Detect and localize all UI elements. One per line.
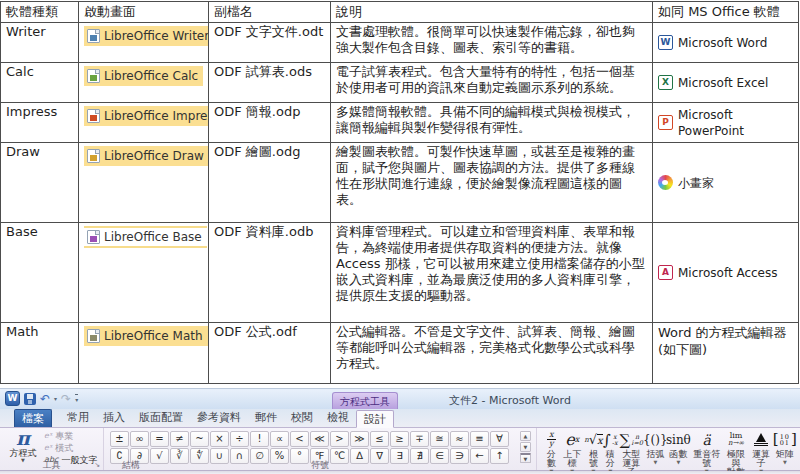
math-app-icon xyxy=(87,329,100,343)
launcher-item: LibreOffice Writer xyxy=(84,26,209,46)
symbol-button[interactable]: ± xyxy=(110,431,129,447)
gallery-scroll-down-icon[interactable]: ▼ xyxy=(520,442,531,452)
launcher-label: LibreOffice Math xyxy=(104,328,203,344)
ms-equivalent-cell: Word 的方程式編輯器(如下圖) xyxy=(653,323,799,384)
structure-函數[interactable]: sinθ函數▼ xyxy=(667,430,690,465)
structure-運算子[interactable]: 運算子▼ xyxy=(749,430,774,474)
structure-根號[interactable]: n√x根號▼ xyxy=(585,430,602,474)
symbol-button[interactable]: ∓ xyxy=(410,431,429,447)
tab-版面配置[interactable]: 版面配置 xyxy=(132,409,190,427)
symbol-button[interactable]: ≠ xyxy=(170,431,189,447)
microsoft-powerpoint-icon: P xyxy=(658,115,673,130)
tab-參考資料[interactable]: 參考資料 xyxy=(190,409,248,427)
ms-equivalent-cell: 小畫家 xyxy=(653,143,799,223)
table-row: DrawLibreOffice DrawODF 繪圖.odg繪製圖表軟體。可製作… xyxy=(1,143,799,223)
redo-icon[interactable]: ↷ xyxy=(61,393,71,405)
tab-檔案[interactable]: 檔案 xyxy=(14,409,52,427)
tab-插入[interactable]: 插入 xyxy=(96,409,132,427)
symbol-button[interactable]: ≡ xyxy=(470,431,489,447)
structure-label: 上下標 xyxy=(560,450,585,468)
launcher-cell: LibreOffice Draw xyxy=(79,143,209,223)
structure-glyph: n√x xyxy=(584,430,602,449)
structures-group-label: 結構 xyxy=(0,460,262,470)
structure-glyph: ∑ni=0 xyxy=(620,430,643,449)
impress-app-icon xyxy=(87,109,100,123)
gallery-scroll-up-icon[interactable]: ▲ xyxy=(520,431,531,441)
ms-equivalent-cell: WMicrosoft Word xyxy=(653,23,799,63)
ms-app-label: 小畫家 xyxy=(678,175,714,191)
structure-glyph: xy xyxy=(547,430,556,449)
format-icon: eˣ xyxy=(44,431,52,441)
launcher-cell: LibreOffice Impress xyxy=(79,103,209,143)
ms-app-label: Microsoft Word xyxy=(678,35,767,51)
save-icon[interactable] xyxy=(24,393,36,405)
description: 電子試算表程式。包含大量特有的特性，包括一個基於使用者可用的資訊來自動定義圖示系… xyxy=(331,63,653,103)
symbol-button[interactable]: ÷ xyxy=(230,431,249,447)
tab-校閱[interactable]: 校閱 xyxy=(284,409,320,427)
table-row: CalcLibreOffice CalcODF 試算表.ods電子試算表程式。包… xyxy=(1,63,799,103)
structure-dropdown-icon: ▼ xyxy=(783,460,787,465)
launcher-item: LibreOffice Math xyxy=(84,326,208,346)
symbol-button[interactable]: ≤ xyxy=(370,431,389,447)
symbol-button[interactable]: > xyxy=(330,431,349,447)
tab-常用[interactable]: 常用 xyxy=(60,409,96,427)
symbol-button[interactable]: ~ xyxy=(190,431,209,447)
launcher-cell: LibreOffice Calc xyxy=(79,63,209,103)
tab-郵件[interactable]: 郵件 xyxy=(248,409,284,427)
symbol-button[interactable]: ≫ xyxy=(350,431,369,447)
launcher-item: LibreOffice Draw xyxy=(84,146,209,166)
undo-dropdown-icon[interactable]: ▾ xyxy=(54,395,57,402)
word-app-icon[interactable]: W xyxy=(5,391,20,406)
structure-分數[interactable]: xy分數▼ xyxy=(543,430,560,474)
symbol-button[interactable]: ∀ xyxy=(490,431,509,447)
symbol-button[interactable]: < xyxy=(290,431,309,447)
symbol-button[interactable]: ≅ xyxy=(430,431,449,447)
launcher-label: LibreOffice Writer xyxy=(104,28,209,44)
structure-括弧[interactable]: {()}括弧▼ xyxy=(644,430,667,465)
microsoft-access-icon: A xyxy=(658,265,673,280)
symbol-button[interactable]: ∞ xyxy=(130,431,149,447)
structure-label: 重音符號 xyxy=(690,450,723,468)
structure-重音符號[interactable]: ä重音符號▼ xyxy=(690,430,723,474)
format-icon: eˣ xyxy=(44,443,52,453)
microsoft-excel-icon: X xyxy=(658,75,673,90)
structure-大型運算子[interactable]: ∑ni=0大型 運算子▼ xyxy=(619,430,644,474)
structure-矩陣[interactable]: [1001]矩陣▼ xyxy=(774,430,796,465)
equation-button[interactable]: π 方程式 ▼ xyxy=(4,429,42,463)
software-name: Math xyxy=(1,323,79,384)
symbol-button[interactable]: ! xyxy=(250,431,269,447)
paint-palette-icon xyxy=(658,175,673,190)
ms-equivalent-text: Word 的方程式編輯器 xyxy=(658,324,793,341)
structure-積分[interactable]: ∫x-x積分▼ xyxy=(602,430,619,474)
base-app-icon xyxy=(87,230,100,244)
launcher-cell: LibreOffice Base xyxy=(79,223,209,323)
tool-option-label: 專業 xyxy=(55,431,73,441)
symbol-button[interactable]: = xyxy=(150,431,169,447)
tab-檢視[interactable]: 檢視 xyxy=(320,409,356,427)
table-body: WriterLibreOffice WriterODF 文字文件.odt文書處理… xyxy=(1,23,799,384)
launcher-cell: LibreOffice Math xyxy=(79,323,209,384)
qat-customize-icon[interactable]: ▾ xyxy=(75,394,78,403)
ribbon-body: π 方程式 ▼ eˣ專業eˣ橫式abc一般文字 工具 ↘ ±∞=≠~×÷!∝<≪… xyxy=(0,428,800,471)
structure-上下標[interactable]: ex上下標▼ xyxy=(560,430,585,474)
symbol-button[interactable]: × xyxy=(210,431,229,447)
writer-app-icon xyxy=(87,29,100,43)
undo-icon[interactable]: ↶ xyxy=(40,393,50,405)
software-name: Writer xyxy=(1,23,79,63)
symbol-button[interactable]: ∝ xyxy=(270,431,289,447)
comparison-table: 軟體種類啟動畫面副檔名說明如同 MS Office 軟體 WriterLibre… xyxy=(0,1,799,384)
structure-label: 積分 xyxy=(602,450,619,468)
symbol-button[interactable]: ≪ xyxy=(310,431,329,447)
column-header: 啟動畫面 xyxy=(79,2,209,23)
structure-極限與對數[interactable]: limn→∞極限與 對數▼ xyxy=(723,430,748,474)
software-name: Base xyxy=(1,223,79,323)
symbol-button[interactable]: ≈ xyxy=(450,431,469,447)
word-ribbon-screenshot: W ↶ ▾ ↷ ▾ 方程式工具 文件2 - Microsoft Word 檔案常… xyxy=(0,388,800,471)
tool-option-1[interactable]: eˣ專業 xyxy=(44,431,104,441)
tab-設計[interactable]: 設計 xyxy=(356,410,394,428)
launcher-item: LibreOffice Impress xyxy=(84,106,209,126)
structure-label: 運算子 xyxy=(749,450,774,468)
symbol-button[interactable]: ≥ xyxy=(390,431,409,447)
tool-option-2[interactable]: eˣ橫式 xyxy=(44,443,104,453)
structure-glyph: [1001] xyxy=(773,430,797,449)
